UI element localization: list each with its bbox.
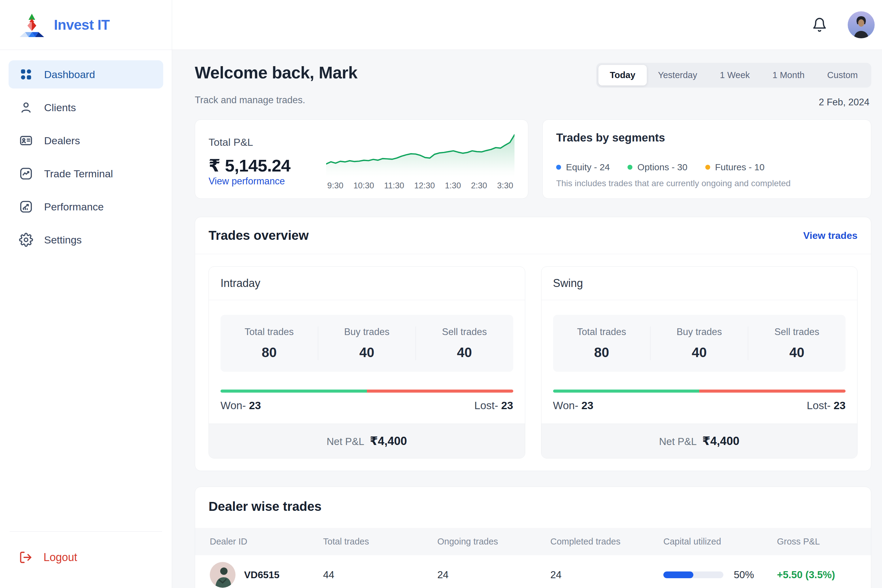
grid-icon xyxy=(19,68,33,81)
logout-icon xyxy=(19,550,33,564)
stat-sell-trades: Sell trades 40 xyxy=(416,327,513,360)
dealer-table-title: Dealer wise trades xyxy=(195,499,871,528)
win-loss-labels: Won-23 Lost-23 xyxy=(553,399,846,412)
pnl-chart-x-axis: 9:30 10:30 11:30 12:30 1:30 2:30 3:30 xyxy=(326,177,514,190)
legend-label: Options - 30 xyxy=(637,162,687,172)
trades-overview-body: Intraday Total trades 80 Buy trades 40 xyxy=(195,254,871,471)
stat-value: 40 xyxy=(651,345,748,360)
sidebar-item-dealers[interactable]: Dealers xyxy=(9,126,163,154)
capital-progress-fill xyxy=(663,572,693,578)
x-tick: 9:30 xyxy=(327,181,344,190)
col-gross-pnl: Gross P&L xyxy=(777,537,871,547)
trades-by-segments-card: Trades by segments Equity - 24 xyxy=(542,119,871,199)
tab-custom[interactable]: Custom xyxy=(816,65,869,86)
total-pnl-card: Total P&L ₹ 5,145.24 View performance xyxy=(195,119,528,199)
intraday-stats: Total trades 80 Buy trades 40 Sell trade… xyxy=(220,315,513,372)
x-tick: 12:30 xyxy=(414,181,435,190)
stat-buy-trades: Buy trades 40 xyxy=(318,327,416,360)
dealer-avatar xyxy=(210,562,236,588)
stat-label: Total trades xyxy=(220,327,318,338)
dealer-id-cell: VD6515 xyxy=(210,562,323,588)
net-pnl-label: Net P&L xyxy=(327,436,364,447)
swing-net-pnl: Net P&L ₹4,400 xyxy=(542,423,858,458)
capital-progress-track xyxy=(663,572,723,578)
stat-total-trades: Total trades 80 xyxy=(553,327,651,360)
capital-utilized-cell: 50% xyxy=(663,569,777,580)
page-head: Welcome back, Mark Track and manage trad… xyxy=(195,63,871,108)
trades-overview-head: Trades overview View trades xyxy=(195,217,871,254)
stat-value: 40 xyxy=(318,345,416,360)
sidebar-bottom: Logout xyxy=(0,531,172,588)
tab-today[interactable]: Today xyxy=(598,65,646,86)
intraday-net-pnl: Net P&L ₹4,400 xyxy=(209,423,525,458)
win-loss-bar xyxy=(220,390,513,393)
swing-card: Swing Total trades 80 Buy trades 40 xyxy=(541,266,858,459)
welcome-block: Welcome back, Mark Track and manage trad… xyxy=(195,63,357,106)
gear-icon xyxy=(19,233,33,247)
brand-logo: Invest IT xyxy=(0,0,172,50)
segments-caption: This includes trades that are currently … xyxy=(556,178,858,188)
col-completed-trades: Completed trades xyxy=(550,537,663,547)
sidebar-item-clients[interactable]: Clients xyxy=(9,93,163,122)
user-avatar[interactable] xyxy=(848,11,874,38)
page-title: Welcome back, Mark xyxy=(195,63,357,82)
tab-1-week[interactable]: 1 Week xyxy=(708,65,761,86)
dealer-avatar-image xyxy=(210,562,236,588)
sidebar-divider xyxy=(10,531,162,532)
stat-value: 80 xyxy=(220,345,318,360)
dealer-wise-trades-card: Dealer wise trades Dealer ID Total trade… xyxy=(195,487,871,588)
legend-item-options: Options - 30 xyxy=(627,162,687,172)
capital-percent: 50% xyxy=(734,569,754,580)
won-label: Won-23 xyxy=(553,399,594,412)
x-tick: 10:30 xyxy=(353,181,374,190)
stat-total-trades: Total trades 80 xyxy=(220,327,318,360)
sidebar-item-performance[interactable]: Performance xyxy=(9,193,163,221)
legend-item-equity: Equity - 24 xyxy=(556,162,610,172)
swing-stats: Total trades 80 Buy trades 40 Sell trade… xyxy=(553,315,846,372)
view-performance-link[interactable]: View performance xyxy=(208,176,313,190)
main-area: Welcome back, Mark Track and manage trad… xyxy=(172,0,882,588)
lost-label: Lost-23 xyxy=(474,399,513,412)
sidebar-item-settings[interactable]: Settings xyxy=(9,226,163,254)
tab-yesterday[interactable]: Yesterday xyxy=(647,65,709,86)
notifications-button[interactable] xyxy=(810,16,829,34)
top-header xyxy=(172,0,882,50)
stat-label: Sell trades xyxy=(748,327,846,338)
stat-value: 80 xyxy=(553,345,651,360)
gross-pnl-cell: +5.50 (3.5%) xyxy=(777,569,871,580)
tab-1-month[interactable]: 1 Month xyxy=(761,65,816,86)
view-trades-link[interactable]: View trades xyxy=(803,230,858,242)
trend-icon xyxy=(19,166,33,181)
table-row[interactable]: VD6515 44 24 24 50% +5.50 (3.5%) xyxy=(195,555,871,588)
sidebar-item-dashboard[interactable]: Dashboard xyxy=(9,60,163,88)
sidebar-item-trade-terminal[interactable]: Trade Terminal xyxy=(9,159,163,188)
net-pnl-label: Net P&L xyxy=(659,436,697,447)
trades-overview-card: Trades overview View trades Intraday Tot… xyxy=(195,217,871,471)
brand-logo-icon xyxy=(18,12,46,37)
stat-label: Total trades xyxy=(553,327,651,338)
win-loss-labels: Won-23 Lost-23 xyxy=(220,399,513,412)
total-pnl-info: Total P&L ₹ 5,145.24 View performance xyxy=(208,131,313,190)
stat-buy-trades: Buy trades 40 xyxy=(650,327,748,360)
chart-up-icon xyxy=(19,200,33,214)
logout-button[interactable]: Logout xyxy=(9,550,163,564)
total-pnl-value: ₹ 5,145.24 xyxy=(208,156,313,176)
user-avatar-image xyxy=(848,11,874,38)
filters-block: Today Yesterday 1 Week 1 Month Custom 2 … xyxy=(596,63,871,108)
stat-label: Buy trades xyxy=(651,327,748,338)
pnl-chart-svg xyxy=(326,131,514,177)
summary-cards-row: Total P&L ₹ 5,145.24 View performance xyxy=(195,119,871,199)
swing-title: Swing xyxy=(542,267,858,300)
sidebar-item-label: Clients xyxy=(44,102,76,114)
stat-label: Buy trades xyxy=(318,327,416,338)
page-subtitle: Track and manage trades. xyxy=(195,94,357,106)
swing-body: Total trades 80 Buy trades 40 Sell trade… xyxy=(542,300,858,423)
legend-label: Futures - 10 xyxy=(715,162,765,172)
ongoing-trades-cell: 24 xyxy=(437,569,550,580)
stat-label: Sell trades xyxy=(416,327,513,338)
trades-overview-title: Trades overview xyxy=(208,228,309,243)
col-total-trades: Total trades xyxy=(323,537,437,547)
intraday-card: Intraday Total trades 80 Buy trades 40 xyxy=(208,266,525,459)
net-pnl-value: ₹4,400 xyxy=(702,434,740,448)
app-root: Invest IT Dashboard Clients xyxy=(0,0,882,588)
